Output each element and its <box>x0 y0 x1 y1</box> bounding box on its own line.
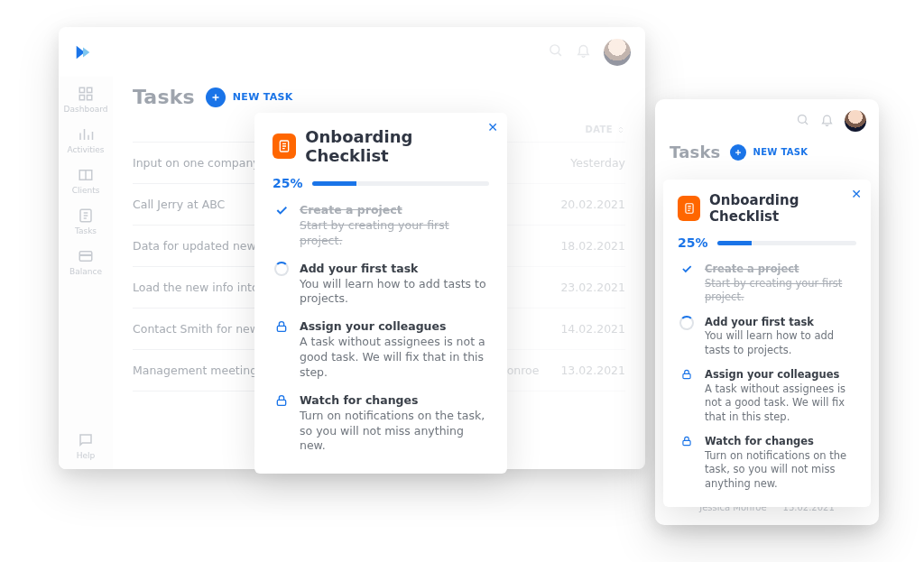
app-logo-icon <box>73 42 93 62</box>
svg-point-9 <box>799 115 807 123</box>
sidebar-item-label: Dashboard <box>64 105 108 114</box>
task-date: 18.02.2021 <box>560 239 625 253</box>
column-date[interactable]: DATE <box>585 124 625 134</box>
task-date: 14.02.2021 <box>560 322 625 336</box>
step-title: Create a project <box>705 263 856 277</box>
task-date: 20.02.2021 <box>560 198 625 211</box>
close-icon[interactable]: ✕ <box>851 187 862 201</box>
progress-bar <box>312 181 489 186</box>
svg-rect-3 <box>87 88 91 92</box>
checklist-steps: Create a projectStart by creating your f… <box>678 263 856 491</box>
checklist-icon <box>678 196 700 221</box>
svg-rect-4 <box>79 96 84 100</box>
search-icon[interactable] <box>796 113 809 130</box>
svg-rect-13 <box>277 400 285 405</box>
progress-percent: 25% <box>678 235 708 250</box>
search-icon[interactable] <box>548 42 563 61</box>
notifications-icon[interactable] <box>820 113 834 130</box>
sidebar-item-dashboard[interactable]: Dashboard <box>64 86 108 114</box>
mobile-header <box>655 99 879 143</box>
new-task-label: NEW TASK <box>753 147 808 157</box>
checklist-step[interactable]: Add your first taskYou will learn how to… <box>273 262 489 308</box>
step-desc: Start by creating your first project. <box>300 218 449 247</box>
svg-line-10 <box>805 122 808 124</box>
lock-icon <box>273 393 291 455</box>
avatar[interactable] <box>845 110 866 132</box>
sidebar-nav: Dashboard Activities Clients Tasks Balan… <box>59 77 113 469</box>
checklist-step[interactable]: Add your first taskYou will learn how to… <box>678 316 856 358</box>
checklist-steps: Create a projectStart by creating your f… <box>273 203 489 454</box>
progress-fill <box>312 181 356 186</box>
checklist-title: Onboarding Checklist <box>305 127 489 165</box>
checklist-step[interactable]: Watch for changesTurn on notifications o… <box>678 435 856 491</box>
task-date: Yesterday <box>568 156 625 170</box>
lock-icon <box>273 319 291 381</box>
svg-rect-15 <box>683 374 690 379</box>
sidebar-item-label: Clients <box>72 186 100 195</box>
new-task-button[interactable]: NEW TASK <box>206 88 293 107</box>
lock-icon <box>678 435 696 491</box>
spinner-icon <box>678 316 696 358</box>
step-desc: Turn on notifications on the task, so yo… <box>300 409 485 453</box>
sidebar-item-tasks[interactable]: Tasks <box>75 207 97 235</box>
sidebar-item-balance[interactable]: Balance <box>69 248 102 276</box>
sidebar-item-label: Balance <box>69 267 102 276</box>
step-title: Watch for changes <box>300 393 489 409</box>
step-desc: Start by creating your first project. <box>705 277 842 304</box>
checklist-step[interactable]: Assign your colleaguesA task without ass… <box>273 319 489 381</box>
avatar[interactable] <box>604 39 631 66</box>
step-title: Assign your colleagues <box>705 368 856 382</box>
task-date: 13.02.2021 <box>560 364 625 377</box>
step-title: Add your first task <box>300 262 489 277</box>
sidebar-item-label: Tasks <box>75 226 97 235</box>
onboarding-checklist-card: ✕ Onboarding Checklist 25% Create a proj… <box>254 113 507 474</box>
checklist-step[interactable]: Create a projectStart by creating your f… <box>273 203 489 249</box>
check-icon <box>273 203 291 249</box>
sidebar-item-clients[interactable]: Clients <box>72 167 100 195</box>
step-desc: You will learn how to add tasts to proje… <box>705 329 834 356</box>
task-title: Call Jerry at ABC <box>133 198 225 211</box>
progress-fill <box>717 241 753 245</box>
sidebar-item-label: Activities <box>67 145 104 154</box>
svg-rect-5 <box>87 96 91 100</box>
sidebar-item-activities[interactable]: Activities <box>67 126 104 154</box>
checklist-title: Onboarding Checklist <box>709 192 856 225</box>
step-desc: A task without assignees is not a good t… <box>705 382 845 423</box>
step-title: Watch for changes <box>705 435 856 449</box>
close-icon[interactable]: ✕ <box>487 120 498 134</box>
progress-indicator: 25% <box>273 176 489 190</box>
sidebar-item-label: Help <box>77 451 96 460</box>
sidebar-item-help[interactable]: Help <box>77 432 96 460</box>
checklist-step[interactable]: Watch for changesTurn on notifications o… <box>273 393 489 455</box>
checklist-step[interactable]: Create a projectStart by creating your f… <box>678 263 856 305</box>
progress-bar <box>717 241 856 245</box>
svg-rect-16 <box>683 441 690 446</box>
step-title: Assign your colleagues <box>300 319 489 335</box>
notifications-icon[interactable] <box>576 42 591 61</box>
task-title: Management meeting <box>133 364 257 377</box>
task-date: 23.02.2021 <box>560 281 625 294</box>
step-title: Create a project <box>300 203 489 218</box>
step-title: Add your first task <box>705 316 856 330</box>
page-title: Tasks <box>670 143 721 161</box>
progress-percent: 25% <box>273 176 303 190</box>
plus-icon <box>206 88 226 107</box>
step-desc: A task without assignees is not a good t… <box>300 335 485 379</box>
step-desc: You will learn how to add tasts to proje… <box>300 277 486 306</box>
check-icon <box>678 263 696 305</box>
new-task-button[interactable]: NEW TASK <box>730 144 808 161</box>
onboarding-checklist-card-mobile: ✕ Onboarding Checklist 25% Create a proj… <box>663 180 871 507</box>
svg-rect-12 <box>277 327 285 332</box>
plus-icon <box>730 144 746 161</box>
checklist-step[interactable]: Assign your colleaguesA task without ass… <box>678 368 856 424</box>
sort-icon <box>616 125 625 134</box>
step-desc: Turn on notifications on the task, so yo… <box>705 449 846 490</box>
page-title: Tasks <box>133 86 195 108</box>
new-task-label: NEW TASK <box>233 91 293 103</box>
desktop-header <box>59 27 645 77</box>
svg-line-1 <box>559 53 561 56</box>
lock-icon <box>678 368 696 424</box>
checklist-icon <box>273 134 296 159</box>
progress-indicator: 25% <box>678 235 856 250</box>
spinner-icon <box>273 262 291 308</box>
